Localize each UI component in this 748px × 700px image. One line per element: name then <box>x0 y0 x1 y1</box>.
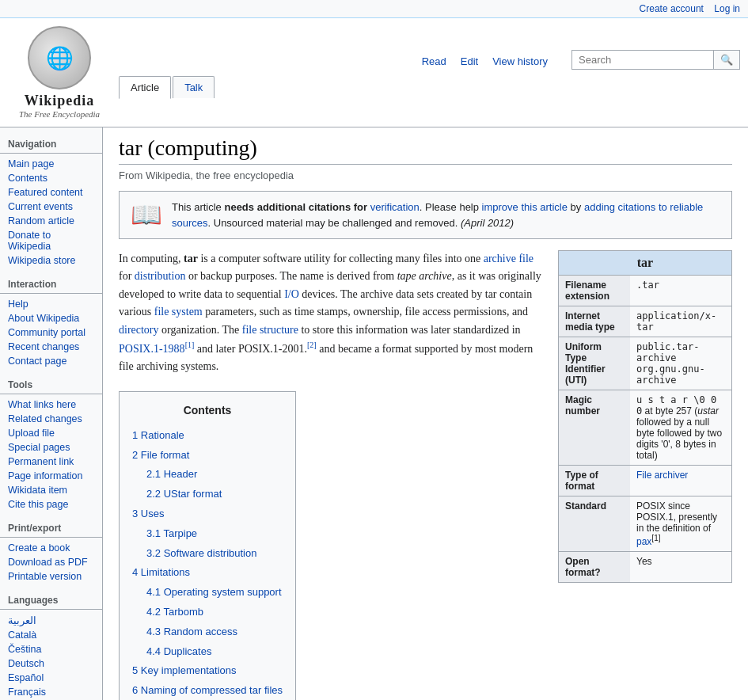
sidebar-lang-catala[interactable]: Català <box>0 628 102 642</box>
sidebar-item-printable[interactable]: Printable version <box>0 569 102 584</box>
contents-item-4: 4 Limitations <box>132 563 283 583</box>
sidebar-item-permanent[interactable]: Permanent link <box>0 455 102 469</box>
infobox-row-magic: Magic number u s t a r \0 0 0 at byte 25… <box>559 390 731 465</box>
sidebar-item-cite[interactable]: Cite this page <box>0 497 102 512</box>
infobox: tar Filename extension .tar Internet med… <box>558 250 732 583</box>
contents-link-2-1[interactable]: 2.1 Header <box>146 468 197 480</box>
infobox-label-magic: Magic number <box>559 390 630 465</box>
main-layout: Navigation Main page Contents Featured c… <box>0 127 748 700</box>
talk-tab[interactable]: Talk <box>173 76 215 98</box>
directory-link[interactable]: directory <box>119 324 159 336</box>
sidebar: Navigation Main page Contents Featured c… <box>0 127 103 700</box>
infobox-row-open: Open format? Yes <box>559 551 731 582</box>
logo-area[interactable]: 🌐 Wikipedia The Free Encyclopedia <box>8 18 111 127</box>
contents-link-3[interactable]: 3 Uses <box>132 508 164 519</box>
article-content: tar (computing) From Wikipedia, the free… <box>103 127 748 700</box>
contents-item-6: 6 Naming of compressed tar files <box>132 681 283 700</box>
sidebar-item-upload[interactable]: Upload file <box>0 426 102 440</box>
notice-box: 📖 This article needs additional citation… <box>119 191 732 239</box>
file-structure-link[interactable]: file structure <box>242 324 298 336</box>
sidebar-item-community[interactable]: Community portal <box>0 325 102 340</box>
contents-item-2-1: 2.1 Header <box>146 465 283 485</box>
wiki-header: 🌐 Wikipedia The Free Encyclopedia Read E… <box>0 18 748 127</box>
sidebar-lang-deutsch[interactable]: Deutsch <box>0 656 102 671</box>
log-in-link[interactable]: Log in <box>714 3 740 14</box>
contents-link-3-2[interactable]: 3.2 Software distribution <box>146 547 256 559</box>
sidebar-item-pageinfo[interactable]: Page information <box>0 469 102 483</box>
contents-item-4-4: 4.4 Duplicates <box>146 642 283 662</box>
infobox-label-filename: Filename extension <box>559 276 630 306</box>
sidebar-item-special[interactable]: Special pages <box>0 440 102 455</box>
contents-link-3-1[interactable]: 3.1 Tarpipe <box>146 527 197 539</box>
infobox-label-open: Open format? <box>559 552 630 582</box>
infobox-row-media: Internet media type application/x-tar <box>559 306 731 337</box>
sidebar-lang-cestina[interactable]: Čeština <box>0 642 102 656</box>
archive-file-link[interactable]: archive file <box>484 253 533 264</box>
sidebar-item-main-page[interactable]: Main page <box>0 157 102 171</box>
sidebar-lang-francais[interactable]: Français <box>0 685 102 699</box>
contents-item-4-2: 4.2 Tarbomb <box>146 603 283 622</box>
filesystem-link[interactable]: file system <box>154 306 203 318</box>
view-history-tab[interactable]: View history <box>486 52 554 70</box>
sidebar-lang-espanol[interactable]: Español <box>0 671 102 685</box>
infobox-title: tar <box>559 251 731 275</box>
sidebar-item-contact[interactable]: Contact page <box>0 354 102 368</box>
print-title: Print/export <box>0 519 102 538</box>
sidebar-lang-arabic[interactable]: العربية <box>0 613 102 628</box>
create-account-link[interactable]: Create account <box>640 3 704 14</box>
file-archiver-link[interactable]: File archiver <box>636 470 688 481</box>
distribution-link[interactable]: distribution <box>135 270 186 282</box>
contents-item-2-2: 2.2 UStar format <box>146 485 283 504</box>
contents-item-1: 1 Rationale <box>132 426 283 446</box>
sidebar-item-random[interactable]: Random article <box>0 214 102 228</box>
contents-link-6[interactable]: 6 Naming of compressed tar files <box>132 684 283 696</box>
improve-link[interactable]: improve this article <box>482 201 568 213</box>
sidebar-item-whatlinks[interactable]: What links here <box>0 398 102 412</box>
pax-link[interactable]: pax <box>636 536 651 547</box>
infobox-label-standard: Standard <box>559 496 630 551</box>
edit-tab[interactable]: Edit <box>454 52 484 70</box>
notice-text: This article needs additional citations … <box>172 200 720 230</box>
contents-link-1[interactable]: 1 Rationale <box>132 429 184 441</box>
infobox-row-filename: Filename extension .tar <box>559 275 731 306</box>
posix-link[interactable]: POSIX.1-1988 <box>119 343 185 355</box>
infobox-row-type: Type of format File archiver <box>559 465 731 496</box>
sidebar-tools: Tools What links here Related changes Up… <box>0 376 102 512</box>
sidebar-item-help[interactable]: Help <box>0 297 102 311</box>
contents-link-4-1[interactable]: 4.1 Operating system support <box>146 586 282 598</box>
search-button[interactable]: 🔍 <box>714 50 740 70</box>
infobox-label-media: Internet media type <box>559 306 630 337</box>
article-tab[interactable]: Article <box>119 76 171 99</box>
nav-tabs: Article Talk <box>111 76 740 98</box>
contents-link-4-3[interactable]: 4.3 Random access <box>146 626 237 637</box>
contents-item-5: 5 Key implementations <box>132 661 283 681</box>
contents-link-2[interactable]: 2 File format <box>132 449 189 461</box>
sidebar-item-related[interactable]: Related changes <box>0 412 102 426</box>
sidebar-item-featured[interactable]: Featured content <box>0 185 102 200</box>
contents-link-2-2[interactable]: 2.2 UStar format <box>146 488 222 500</box>
infobox-value-filename: .tar <box>630 276 666 306</box>
logo-title: Wikipedia <box>25 93 95 109</box>
contents-link-4-2[interactable]: 4.2 Tarbomb <box>146 606 203 618</box>
contents-title: Contents <box>132 401 283 419</box>
sidebar-item-pdf[interactable]: Download as PDF <box>0 555 102 569</box>
sidebar-item-contents[interactable]: Contents <box>0 171 102 185</box>
infobox-value-media: application/x-tar <box>630 306 731 337</box>
search-input[interactable] <box>571 50 714 70</box>
verification-link[interactable]: verification <box>370 201 420 213</box>
contents-link-5[interactable]: 5 Key implementations <box>132 664 237 676</box>
sidebar-item-recent[interactable]: Recent changes <box>0 340 102 354</box>
sidebar-item-store[interactable]: Wikipedia store <box>0 253 102 268</box>
contents-item-2: 2 File format <box>132 446 283 466</box>
sidebar-item-wikidata[interactable]: Wikidata item <box>0 483 102 497</box>
sidebar-item-about[interactable]: About Wikipedia <box>0 311 102 325</box>
sidebar-item-current-events[interactable]: Current events <box>0 200 102 214</box>
contents-link-4-4[interactable]: 4.4 Duplicates <box>146 645 211 657</box>
sidebar-item-donate[interactable]: Donate to Wikipedia <box>0 228 102 253</box>
contents-link-4[interactable]: 4 Limitations <box>132 566 190 578</box>
infobox-label-uti: Uniform Type Identifier (UTI) <box>559 337 630 390</box>
io-link[interactable]: I/O <box>284 288 299 300</box>
sidebar-item-createbook[interactable]: Create a book <box>0 541 102 555</box>
logo-subtitle: The Free Encyclopedia <box>19 109 100 119</box>
read-tab[interactable]: Read <box>416 52 453 70</box>
